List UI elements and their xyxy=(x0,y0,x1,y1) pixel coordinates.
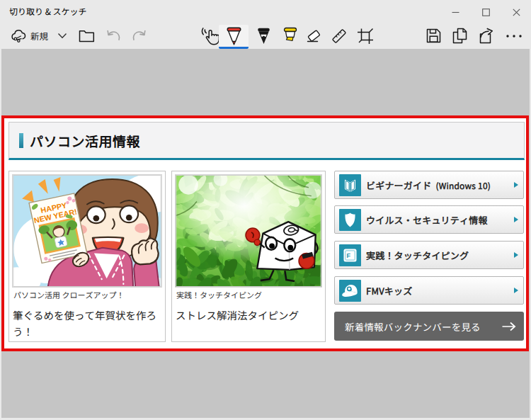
new-snip-dropdown[interactable] xyxy=(54,23,71,49)
redo-button[interactable] xyxy=(128,23,149,49)
ballpoint-pen-button[interactable] xyxy=(222,23,246,49)
link-arrow-icon xyxy=(514,217,518,222)
link-button-fmv-kids[interactable]: FMVキッズ xyxy=(334,276,524,305)
crop-button[interactable] xyxy=(354,23,377,49)
link-sublabel: (Windows 10) xyxy=(435,179,491,191)
link-label: ウイルス・セキュリティ情報 xyxy=(366,213,488,227)
card-title-link[interactable]: 筆ぐるめを使って年賀状を作ろう！ xyxy=(13,307,159,339)
eraser-icon xyxy=(306,28,322,44)
highlighter-icon xyxy=(282,27,299,45)
svg-text:F: F xyxy=(346,252,350,259)
close-button[interactable] xyxy=(500,2,531,23)
new-year-illustration: HAPPY NEW YEAR! xyxy=(12,174,162,288)
section-title: パソコン活用情報 xyxy=(30,131,140,150)
link-arrow-icon xyxy=(514,182,518,188)
ballpoint-pen-icon xyxy=(226,26,242,45)
back-number-button[interactable]: 新着情報バックナンバーを見る xyxy=(334,312,524,341)
share-icon xyxy=(478,28,495,44)
link-button-beginner-guide[interactable]: ビギナーガイド(Windows 10) xyxy=(334,171,524,199)
section-header-accent-bar xyxy=(19,133,23,148)
open-file-icon xyxy=(79,29,95,43)
copy-button[interactable] xyxy=(449,23,470,49)
save-icon xyxy=(426,28,441,43)
typing-mascot-photo xyxy=(175,174,322,288)
open-file-button[interactable] xyxy=(76,23,97,49)
more-button[interactable] xyxy=(503,23,525,49)
back-number-label: 新着情報バックナンバーを見る xyxy=(345,312,481,341)
eraser-button[interactable] xyxy=(303,23,324,49)
title-bar: 切り取り & スケッチ xyxy=(1,2,530,23)
cap-icon xyxy=(339,280,361,302)
share-button[interactable] xyxy=(475,23,498,49)
maximize-icon xyxy=(482,8,490,16)
copy-icon xyxy=(452,28,467,44)
f-key-icon: F xyxy=(339,244,361,266)
close-icon xyxy=(513,8,520,16)
touch-writing-icon xyxy=(201,27,221,45)
minimize-button[interactable] xyxy=(439,2,472,23)
ruler-button[interactable] xyxy=(329,23,350,49)
right-arrow-icon xyxy=(502,322,516,331)
undo-icon xyxy=(106,29,122,43)
crop-icon xyxy=(357,28,374,45)
ruler-icon xyxy=(331,28,347,44)
pencil-icon xyxy=(256,27,271,45)
shield-icon xyxy=(339,209,361,231)
new-snip-button[interactable]: 新規 xyxy=(7,23,51,49)
app-window: 切り取り & スケッチ 新規 xyxy=(0,0,531,420)
beginner-book-icon xyxy=(339,174,361,196)
minimize-icon xyxy=(452,8,459,16)
link-label: FMVキッズ xyxy=(366,284,412,297)
card-caption: 実践！タッチタイピング xyxy=(176,289,262,300)
save-button[interactable] xyxy=(423,23,444,49)
link-arrow-icon xyxy=(514,288,518,293)
card-caption: パソコン活用 クローズアップ！ xyxy=(13,289,124,300)
link-button-security[interactable]: ウイルス・セキュリティ情報 xyxy=(334,205,524,234)
snipped-image[interactable]: パソコン活用情報 xyxy=(1,115,529,351)
maximize-button[interactable] xyxy=(469,2,502,23)
article-card-typing[interactable]: 実践！タッチタイピング ストレス解消法タイピング xyxy=(171,171,326,342)
pencil-button[interactable] xyxy=(252,23,275,49)
link-button-touch-typing[interactable]: F 実践！タッチタイピング xyxy=(334,241,524,269)
highlighter-button[interactable] xyxy=(279,23,302,49)
undo-button[interactable] xyxy=(103,23,125,49)
new-snip-icon xyxy=(10,28,27,45)
window-title: 切り取り & スケッチ xyxy=(9,5,87,17)
redo-icon xyxy=(131,29,147,43)
chevron-down-icon xyxy=(57,33,67,39)
new-snip-label: 新規 xyxy=(30,29,48,42)
section-header: パソコン活用情報 xyxy=(8,122,525,160)
link-label: ビギナーガイド xyxy=(366,178,431,192)
more-icon xyxy=(506,34,523,38)
article-card-nenga[interactable]: HAPPY NEW YEAR! xyxy=(8,171,166,342)
link-label: 実践！タッチタイピング xyxy=(366,249,469,262)
link-arrow-icon xyxy=(514,252,518,258)
card-title-link[interactable]: ストレス解消法タイピング xyxy=(176,307,321,323)
toolbar: 新規 xyxy=(1,23,530,49)
